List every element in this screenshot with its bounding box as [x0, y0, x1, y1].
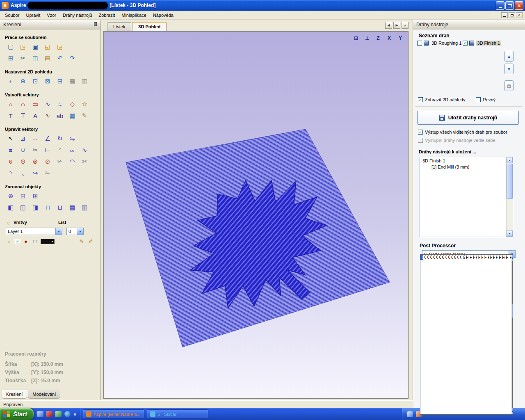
guides-icon[interactable]: ▥ — [80, 76, 89, 86]
undo-icon[interactable]: ↶ — [55, 53, 65, 63]
save-item-end-mill[interactable]: [1] End Mill (3 mm) — [421, 164, 505, 170]
menu-vzor[interactable]: Vzor — [43, 11, 59, 19]
show-2d-previews-checkbox[interactable]: Zobrazit 2D náhledy — [418, 97, 465, 102]
zoom-selection-icon[interactable]: ⊟ — [55, 76, 65, 86]
scroll-up-icon[interactable] — [507, 157, 513, 163]
export-vectors-icon[interactable]: ◲ — [55, 42, 65, 52]
doc-tab-next-button[interactable] — [393, 22, 400, 29]
3d-viewport[interactable]: ⊡⟂ZXY — [103, 31, 409, 399]
grid-toggle-icon[interactable]: ▦ — [67, 76, 77, 86]
job-setup-icon[interactable]: ⊞ — [6, 53, 16, 63]
weld-icon[interactable]: ∪ — [18, 145, 28, 155]
align-right-icon[interactable]: ◨ — [30, 203, 40, 212]
center-horizontal-icon[interactable]: ⊟ — [18, 191, 28, 201]
output-side-by-side-checkbox[interactable]: Výstupní dráhy nástroje vedle sebe — [413, 135, 525, 143]
trim-icon[interactable]: ✂ — [30, 145, 40, 155]
align-top-icon[interactable]: ⊓ — [43, 203, 52, 212]
draw-text-icon[interactable]: T — [6, 111, 16, 121]
doc-tab-listek[interactable]: Lístek — [107, 22, 131, 31]
output-all-visible-checkbox[interactable]: Výstup všech viditelných drah pro soubor — [413, 125, 525, 135]
fillet-icon[interactable]: ◜ — [55, 145, 65, 155]
task-button-skicar[interactable]: 5 - Skicár — [147, 409, 208, 419]
zoom-icon[interactable]: ⊕ — [18, 76, 28, 86]
doc-tab-3d-pohled[interactable]: 3D Pohled — [132, 22, 167, 31]
layer-color-swatch[interactable]: ▼ — [41, 239, 55, 244]
menu-miniaplikace[interactable]: Miniaplikace — [118, 11, 150, 19]
quicklaunch-browser-icon[interactable] — [64, 411, 71, 417]
fillet-corner-icon[interactable]: ◝ — [6, 168, 16, 178]
align-left-icon[interactable]: ◧ — [6, 203, 16, 212]
paste-icon[interactable]: ▤ — [43, 53, 52, 63]
center-in-material-icon[interactable]: ⊕ — [6, 191, 16, 201]
layer-active-checkbox[interactable]: ✓ — [15, 239, 20, 244]
quicklaunch-desktop-icon[interactable] — [37, 411, 43, 417]
tab-modelovani[interactable]: Modelování — [28, 390, 60, 399]
layer-record-icon[interactable]: ● — [23, 238, 29, 244]
knife-icon[interactable]: ✃ — [55, 157, 65, 167]
space-vertical-icon[interactable]: ▥ — [80, 203, 89, 212]
text-on-curve-icon[interactable]: ∿ — [43, 111, 52, 121]
toolpath-visibility-checkbox[interactable] — [417, 41, 422, 46]
chevron-down-icon[interactable] — [77, 228, 83, 235]
doc-tab-prev-button[interactable] — [385, 22, 392, 29]
save-list-scrollbar[interactable] — [506, 157, 513, 237]
toolpath-sheet-button[interactable] — [504, 80, 514, 91]
draw-polyline-icon[interactable]: ∿ — [43, 99, 52, 109]
task-button-aspire[interactable]: Aspire [Enter Name a... — [83, 409, 144, 419]
join-vectors-icon[interactable]: ∞ — [67, 145, 77, 155]
layer-edit-table-icon[interactable]: ✎ — [78, 238, 85, 244]
menu-upravit[interactable]: Upravit — [23, 11, 43, 19]
new-file-icon[interactable]: ▢ — [6, 42, 16, 52]
toolpath-item-3d-roughing-1[interactable]: 3D Roughing 1 — [417, 39, 463, 46]
quicklaunch-overflow-chevron[interactable] — [73, 411, 76, 417]
y-axis-view-icon[interactable]: Y — [397, 35, 404, 41]
zoom-extents-icon[interactable]: ⊠ — [43, 76, 52, 86]
3d-toolpath-preview[interactable] — [104, 32, 408, 398]
tab-kresleni[interactable]: Kreslení — [2, 390, 27, 399]
toolpath-move-up-button[interactable] — [504, 51, 514, 62]
scale-view-icon[interactable]: ⊡ — [352, 35, 360, 41]
mirror-icon[interactable]: ⇋ — [67, 134, 77, 144]
mdi-minimize-button[interactable] — [501, 12, 508, 18]
menu-napoveda[interactable]: Nápověda — [150, 11, 177, 19]
redo-icon[interactable]: ↷ — [67, 53, 77, 63]
iso-view-icon[interactable]: ⟂ — [363, 35, 371, 41]
maximize-button[interactable] — [505, 1, 514, 10]
toolpaths-to-save-list[interactable]: 3D Finish 1[1] End Mill (3 mm) — [420, 157, 513, 237]
window-titlebar[interactable]: Aspire [Lístek - 3D Pohled] — [0, 0, 525, 11]
extend-icon[interactable]: ⊢ — [43, 145, 52, 155]
draw-polygon-icon[interactable]: ◇ — [67, 99, 77, 109]
menu-drahy-nastroju[interactable]: Dráhy nástrojů — [59, 11, 96, 19]
pin-panel-icon[interactable] — [93, 22, 97, 27]
save-toolpaths-button[interactable]: Uložit dráhy nástrojů — [417, 111, 519, 125]
arc-fit-icon[interactable]: ◠ — [67, 157, 77, 167]
text-box-icon[interactable]: ⊤ — [18, 111, 28, 121]
draw-rectangle-icon[interactable]: ▭ — [30, 99, 40, 109]
subtract-icon[interactable]: ⊖ — [18, 157, 28, 167]
text-spacing-icon[interactable]: ab — [55, 111, 65, 121]
toolpath-move-down-button[interactable] — [504, 64, 514, 74]
align-bottom-icon[interactable]: ⊔ — [55, 203, 65, 212]
sheet-select[interactable]: 0 — [66, 228, 84, 235]
array-copy-icon[interactable]: ▦ — [67, 111, 77, 121]
transform-icon[interactable]: ⇔ — [30, 134, 40, 144]
menu-soubor[interactable]: Soubor — [2, 11, 23, 19]
rotate-icon[interactable]: ↻ — [55, 134, 65, 144]
chamfer-icon[interactable]: ◟ — [18, 168, 28, 178]
layer-visibility-icon[interactable]: ☼ — [6, 238, 12, 244]
center-vertical-icon[interactable]: ⊞ — [30, 191, 40, 201]
z-axis-view-icon[interactable]: Z — [374, 35, 382, 41]
draw-circle-icon[interactable]: ○ — [6, 99, 16, 109]
offset-icon[interactable]: ≡ — [6, 145, 16, 155]
quicklaunch-corel-icon[interactable] — [55, 411, 62, 417]
copy-icon[interactable]: ◫ — [30, 53, 40, 63]
menu-zobrazit[interactable]: Zobrazit — [96, 11, 119, 19]
minimize-button[interactable] — [496, 1, 504, 10]
save-item-3d-finish-1[interactable]: 3D Finish 1 — [421, 158, 505, 164]
intersect-icon[interactable]: ⊗ — [30, 157, 40, 167]
mdi-close-button[interactable] — [516, 12, 523, 18]
draw-star-icon[interactable]: ☆ — [80, 99, 89, 109]
smooth-icon[interactable]: ∿ — [80, 145, 89, 155]
select-tool-icon[interactable]: ↖ — [6, 134, 16, 144]
align-center-icon[interactable]: ◫ — [18, 203, 28, 212]
